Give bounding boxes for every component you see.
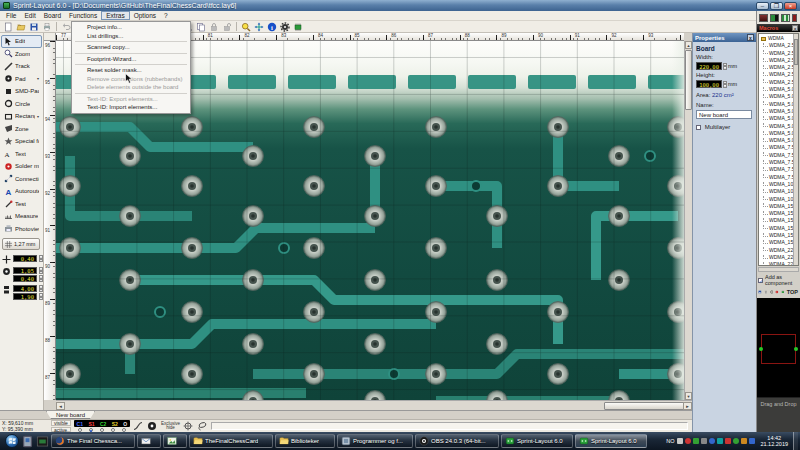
- tool-photoview[interactable]: Photoview: [1, 223, 42, 236]
- board-tab[interactable]: New board: [46, 411, 95, 419]
- add-as-component-checkbox[interactable]: ✓: [758, 278, 763, 283]
- taskbar-button-programmer-og-f[interactable]: Programmer og f...: [337, 434, 413, 448]
- close-button[interactable]: ×: [784, 2, 797, 10]
- tray-icon[interactable]: [677, 438, 683, 444]
- start-button[interactable]: [5, 434, 19, 448]
- extras-menu-item[interactable]: Scanned copy...: [72, 43, 190, 52]
- macro-circle-icon[interactable]: [770, 288, 774, 296]
- exclusive-hide-label[interactable]: Exclusivehide: [161, 422, 180, 431]
- menu-board[interactable]: Board: [40, 11, 65, 20]
- taskbar-button-sprint-layout-6-0[interactable]: Sprint-Layout 6.0: [575, 434, 647, 448]
- scroll-up-arrow[interactable]: ▲: [685, 41, 692, 49]
- quicklaunch-device-icon[interactable]: [21, 435, 34, 448]
- tool-pad[interactable]: Pad▾: [1, 73, 42, 86]
- taskbar-button[interactable]: [137, 434, 161, 448]
- open-file-icon[interactable]: [15, 21, 27, 32]
- taskbar-clock[interactable]: 14:4221.12.2019: [760, 435, 788, 447]
- taskbar-button-obs-24-0-3-64-bit[interactable]: OBS 24.0.3 (64-bit...: [415, 434, 499, 448]
- menu-help[interactable]: ?: [160, 11, 172, 20]
- tool-autoroute[interactable]: AAutoroute: [1, 185, 42, 198]
- height-stepper[interactable]: [723, 81, 727, 88]
- width-stepper[interactable]: [723, 63, 727, 70]
- macros-view-icon-2[interactable]: [770, 14, 779, 22]
- tool-solder-mask[interactable]: Solder mask: [1, 160, 42, 173]
- tray-icon[interactable]: [709, 438, 715, 444]
- extras-menu-item[interactable]: Delete elements outside the board: [72, 83, 190, 92]
- tray-icon[interactable]: [749, 438, 755, 444]
- macros-view-icon-4[interactable]: [792, 14, 797, 22]
- macro-delete-icon[interactable]: [764, 288, 768, 296]
- menu-edit[interactable]: Edit: [20, 11, 39, 20]
- macros-list[interactable]: WDMA WDMA_2.5AWDMA_2.5BWDMA_2.5CWDMA_2.5…: [758, 33, 799, 266]
- tool-text[interactable]: AText: [1, 148, 42, 161]
- info-icon[interactable]: i: [266, 21, 278, 32]
- track-style-icon[interactable]: [133, 421, 144, 432]
- lasso-icon[interactable]: [197, 421, 208, 432]
- value-stepper[interactable]: [39, 255, 43, 262]
- pad-style-icon[interactable]: [147, 421, 158, 432]
- pad-outer-value[interactable]: 1,05: [13, 267, 37, 274]
- tray-icon[interactable]: [725, 438, 731, 444]
- scroll-down-arrow[interactable]: ▼: [685, 392, 692, 400]
- value-stepper[interactable]: [39, 275, 43, 282]
- smd-width-value[interactable]: 4,00: [13, 285, 37, 292]
- settings-gear-icon[interactable]: [279, 21, 291, 32]
- tool-edit[interactable]: Edit: [1, 35, 42, 48]
- extras-menu-item[interactable]: Text-ID: Export elements...: [72, 95, 190, 104]
- board-name-input[interactable]: New board: [696, 110, 752, 119]
- menu-file[interactable]: File: [2, 11, 20, 20]
- tool-special-form[interactable]: Special form: [1, 135, 42, 148]
- zoom-tool-icon[interactable]: [240, 21, 252, 32]
- macro-component-icon[interactable]: [781, 288, 785, 296]
- tool-smd-pad[interactable]: SMD-Pad: [1, 85, 42, 98]
- layer-c1[interactable]: C1: [77, 421, 83, 427]
- extras-menu-item[interactable]: Text-ID: Import elements...: [72, 103, 190, 112]
- layer-o[interactable]: O: [123, 421, 127, 427]
- tool-rectangle[interactable]: Rectangle▾: [1, 110, 42, 123]
- vertical-scrollbar[interactable]: ▲ ▼: [684, 41, 692, 400]
- minimize-button[interactable]: –: [756, 2, 769, 10]
- maximize-button[interactable]: ❐: [770, 2, 783, 10]
- copy-icon[interactable]: [195, 21, 207, 32]
- tray-icon[interactable]: [701, 438, 707, 444]
- layer-s1[interactable]: S1: [88, 421, 94, 427]
- taskbar-button-the-final-chessca[interactable]: The Final Chessca...: [51, 434, 135, 448]
- show-desktop-button[interactable]: [793, 432, 798, 450]
- pad-drill-value[interactable]: 0,40: [13, 275, 37, 282]
- tray-icon[interactable]: [693, 438, 699, 444]
- extras-menu-item[interactable]: Footprint-Wizard...: [72, 55, 190, 64]
- pan-icon[interactable]: [253, 21, 265, 32]
- tray-icon[interactable]: [717, 438, 723, 444]
- component-icon[interactable]: [292, 21, 304, 32]
- tool-measure[interactable]: Measure: [1, 210, 42, 223]
- horizontal-scrollbar[interactable]: ◄ ►: [56, 400, 692, 410]
- multilayer-checkbox[interactable]: [696, 125, 701, 130]
- scroll-right-arrow[interactable]: ►: [683, 402, 692, 410]
- macros-scrollbar[interactable]: [793, 34, 798, 265]
- dropdown-arrow-icon[interactable]: ▾: [37, 114, 39, 119]
- properties-close-icon[interactable]: x: [747, 34, 754, 41]
- dropdown-arrow-icon[interactable]: ▾: [37, 76, 39, 81]
- quicklaunch-console-icon[interactable]: [36, 435, 49, 448]
- crosshair-pad-icon[interactable]: [183, 421, 194, 432]
- macros-view-icon-3[interactable]: [781, 14, 790, 22]
- tray-icon[interactable]: [733, 438, 739, 444]
- grid-size-button[interactable]: 1,27 mm: [2, 238, 40, 250]
- macro-solder-icon[interactable]: [775, 288, 779, 296]
- tool-track[interactable]: Track: [1, 60, 42, 73]
- track-width-value[interactable]: 0,40: [13, 255, 37, 262]
- value-stepper[interactable]: [39, 293, 43, 300]
- tray-icon[interactable]: [685, 438, 691, 444]
- menu-functions[interactable]: Functions: [65, 11, 101, 20]
- macros-close-icon[interactable]: x: [792, 25, 798, 31]
- taskbar-button-biblioteker[interactable]: Biblioteker: [275, 434, 335, 448]
- value-stepper[interactable]: [39, 267, 43, 274]
- menu-options[interactable]: Options: [130, 11, 160, 20]
- taskbar-button-sprint-layout-6-0[interactable]: Sprint-Layout 6.0: [501, 434, 573, 448]
- macros-view-icon-1[interactable]: [759, 14, 768, 22]
- value-stepper[interactable]: [39, 285, 43, 292]
- tool-zone[interactable]: Zone: [1, 123, 42, 136]
- tray-icon[interactable]: [741, 438, 747, 444]
- top-layer-label[interactable]: TOP: [787, 289, 798, 295]
- smd-height-value[interactable]: 1,90: [13, 293, 37, 300]
